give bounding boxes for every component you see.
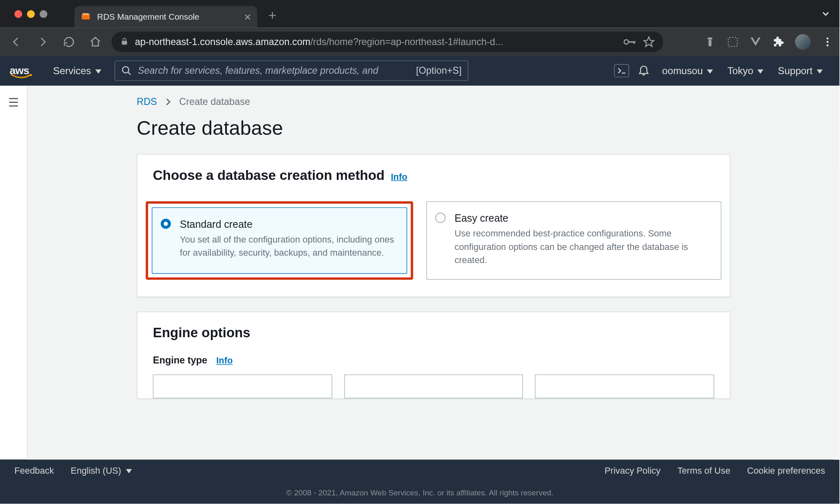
page-title: Create database: [137, 117, 730, 140]
engine-options-panel: Engine options Engine type Info: [137, 312, 730, 399]
profile-avatar[interactable]: [795, 34, 811, 50]
aws-logo[interactable]: aws: [9, 64, 29, 77]
tab-title: RDS Management Console: [97, 12, 237, 21]
extension-icon[interactable]: [727, 36, 739, 48]
footer-link-cookies[interactable]: Cookie preferences: [747, 465, 825, 475]
engine-type-label: Engine type: [153, 355, 208, 366]
star-icon[interactable]: [643, 36, 655, 48]
radio-easy-create[interactable]: Easy create Use recommended best-practic…: [426, 201, 721, 280]
caret-down-icon: [95, 69, 101, 73]
svg-point-15: [122, 67, 128, 73]
breadcrumb: RDS Create database: [137, 96, 730, 107]
caret-down-icon: [707, 69, 713, 73]
forward-button[interactable]: [32, 32, 53, 52]
svg-rect-7: [708, 37, 712, 39]
back-button[interactable]: [6, 32, 27, 52]
engine-tile[interactable]: [344, 375, 523, 398]
aws-smile-icon: [11, 73, 32, 79]
svg-rect-1: [82, 13, 89, 15]
aws-favicon-icon: [80, 11, 91, 22]
footer-link-privacy[interactable]: Privacy Policy: [605, 465, 660, 475]
copyright-text: © 2008 - 2021, Amazon Web Services, Inc.…: [0, 481, 840, 504]
breadcrumb-current: Create database: [179, 96, 250, 107]
caret-down-icon: [126, 469, 132, 473]
caret-down-icon: [758, 69, 764, 73]
svg-line-16: [128, 72, 130, 75]
support-menu[interactable]: Support: [778, 65, 823, 77]
search-icon: [121, 65, 132, 76]
search-placeholder: Search for services, features, marketpla…: [138, 65, 410, 76]
creation-method-panel: Choose a database creation method Info S…: [137, 154, 730, 297]
svg-marker-10: [751, 37, 760, 46]
aws-footer: Feedback English (US) Privacy Policy Ter…: [0, 459, 840, 481]
chevron-right-icon: [165, 98, 171, 106]
address-bar[interactable]: ap-northeast-1.console.aws.amazon.com/rd…: [112, 32, 663, 52]
radio-standard-create[interactable]: Standard create You set all of the confi…: [152, 207, 407, 274]
fullscreen-window-icon[interactable]: [39, 10, 47, 18]
browser-tabstrip: RDS Management Console ✕ ＋: [0, 0, 840, 27]
svg-rect-5: [633, 41, 635, 43]
svg-point-3: [624, 39, 629, 44]
svg-marker-6: [644, 36, 654, 46]
reload-button[interactable]: [59, 32, 79, 52]
svg-point-12: [826, 41, 829, 43]
engine-tile[interactable]: [153, 375, 332, 398]
aws-search-input[interactable]: Search for services, features, marketpla…: [114, 61, 468, 81]
close-window-icon[interactable]: [14, 10, 22, 18]
key-icon[interactable]: [623, 36, 637, 47]
highlight-annotation: Standard create You set all of the confi…: [146, 201, 413, 280]
window-controls[interactable]: [6, 0, 53, 27]
tab-close-icon[interactable]: ✕: [244, 11, 251, 23]
lock-icon: [120, 37, 129, 46]
radio-title: Easy create: [454, 213, 710, 225]
svg-rect-8: [708, 39, 711, 46]
browser-tab[interactable]: RDS Management Console ✕: [74, 6, 257, 28]
new-tab-button[interactable]: ＋: [257, 6, 287, 28]
svg-point-11: [826, 37, 829, 39]
vue-devtools-icon[interactable]: [750, 36, 762, 48]
notifications-icon[interactable]: [637, 63, 650, 78]
radio-dot-icon: [161, 219, 171, 229]
extension-icon[interactable]: [704, 36, 716, 48]
info-link[interactable]: Info: [216, 355, 233, 366]
region-menu[interactable]: Tokyo: [728, 65, 764, 77]
minimize-window-icon[interactable]: [27, 10, 35, 18]
info-link[interactable]: Info: [391, 171, 407, 182]
account-menu[interactable]: oomusou: [662, 65, 713, 77]
svg-rect-2: [122, 41, 127, 45]
engine-tile[interactable]: [535, 375, 714, 398]
tabs-overflow-icon[interactable]: [820, 8, 831, 21]
panel-heading: Engine options: [153, 325, 251, 341]
browser-toolbar: ap-northeast-1.console.aws.amazon.com/rd…: [0, 27, 840, 56]
svg-marker-14: [30, 73, 32, 76]
home-button[interactable]: [85, 32, 106, 52]
breadcrumb-root[interactable]: RDS: [137, 96, 157, 107]
main-content: RDS Create database Create database Choo…: [27, 86, 840, 459]
radio-desc: You set all of the configuration options…: [180, 233, 396, 259]
radio-title: Standard create: [180, 219, 396, 231]
aws-navbar: aws Services Search for services, featur…: [0, 56, 840, 86]
radio-dot-icon: [435, 213, 445, 223]
language-selector[interactable]: English (US): [71, 465, 132, 475]
footer-link-terms[interactable]: Terms of Use: [677, 465, 730, 475]
extensions-menu-icon[interactable]: [772, 36, 784, 48]
feedback-link[interactable]: Feedback: [14, 465, 54, 475]
radio-desc: Use recommended best-practice configurat…: [454, 227, 710, 266]
services-menu[interactable]: Services: [53, 65, 101, 77]
search-shortcut-hint: [Option+S]: [416, 65, 461, 76]
svg-point-13: [826, 44, 829, 46]
caret-down-icon: [817, 69, 823, 73]
sidebar-toggle[interactable]: ☰: [0, 86, 27, 459]
panel-heading: Choose a database creation method: [153, 168, 385, 183]
svg-rect-9: [728, 37, 737, 46]
url-text: ap-northeast-1.console.aws.amazon.com/rd…: [135, 36, 618, 47]
extension-bar: [704, 34, 833, 50]
browser-menu-icon[interactable]: [822, 36, 833, 48]
cloudshell-icon[interactable]: [614, 64, 629, 77]
